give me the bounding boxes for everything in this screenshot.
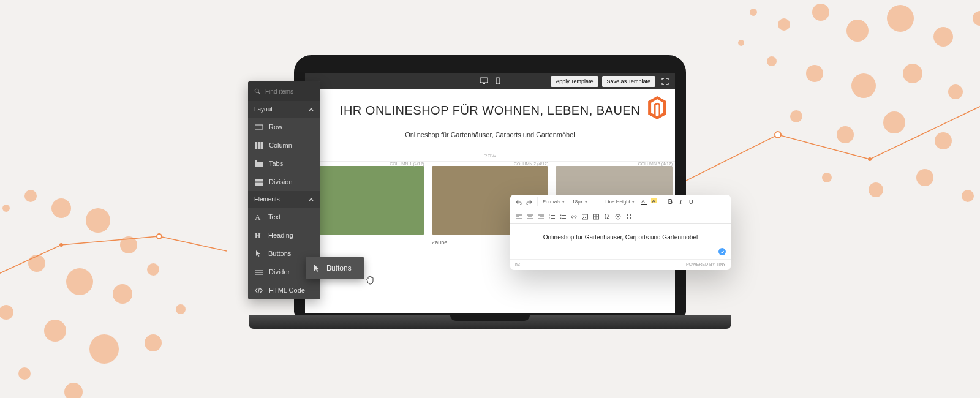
svg-rect-94 — [630, 214, 631, 216]
panel-search[interactable] — [248, 81, 320, 101]
svg-rect-57 — [255, 160, 257, 162]
svg-rect-59 — [255, 182, 263, 186]
item-label: Division — [269, 178, 293, 186]
mobile-view-icon[interactable] — [496, 76, 500, 87]
item-label: Divider — [269, 268, 290, 276]
svg-point-43 — [738, 40, 744, 46]
laptop-frame: Apply Template Save as Template IHR ONLI… — [294, 55, 686, 329]
svg-rect-53 — [255, 142, 257, 149]
fontsize-select[interactable]: 18px — [570, 198, 600, 206]
svg-point-31 — [903, 64, 922, 83]
italic-button[interactable]: I — [676, 197, 685, 206]
text-editor-popup: Formats 18px Line Height A A B I U 12 Ω … — [510, 195, 731, 270]
svg-point-14 — [64, 383, 83, 398]
item-column[interactable]: Column — [248, 136, 320, 154]
svg-point-15 — [176, 304, 186, 314]
powered-by: POWERED BY TINY — [686, 262, 726, 266]
svg-point-27 — [973, 11, 980, 26]
chevron-up-icon — [308, 107, 314, 113]
formats-select[interactable]: Formats — [540, 198, 567, 206]
link-button[interactable] — [569, 212, 578, 221]
svg-point-34 — [790, 110, 802, 122]
text-icon: A — [255, 213, 262, 220]
save-template-button[interactable]: Save as Template — [602, 76, 655, 87]
drag-preview: Buttons — [306, 257, 364, 279]
item-label: Tabs — [269, 160, 283, 167]
item-label: Column — [269, 141, 292, 149]
item-tabs[interactable]: Tabs — [248, 154, 320, 173]
heading-icon: H — [255, 231, 262, 239]
editor-text: Onlineshop für Gartenhäuser, Carports un… — [543, 234, 698, 241]
align-left-button[interactable] — [514, 212, 523, 221]
undo-button[interactable] — [514, 197, 523, 206]
expand-icon[interactable] — [659, 75, 671, 88]
underline-button[interactable]: U — [687, 197, 696, 206]
svg-point-32 — [948, 84, 963, 99]
item-text[interactable]: A Text — [248, 208, 320, 226]
code-icon — [255, 287, 263, 294]
svg-point-82 — [560, 214, 561, 216]
search-icon — [254, 88, 260, 95]
item-label: Buttons — [268, 250, 291, 257]
column-label: COLUMN 1 (4/12) — [307, 162, 424, 166]
editor-content[interactable]: Onlineshop für Gartenhäuser, Carports un… — [510, 224, 731, 259]
row-icon — [255, 124, 263, 130]
svg-point-84 — [560, 217, 561, 219]
redo-button[interactable] — [524, 197, 533, 206]
svg-point-22 — [778, 18, 790, 31]
special-char-button[interactable]: Ω — [602, 212, 611, 221]
text-color-button[interactable]: A — [639, 197, 649, 206]
variable-button[interactable] — [613, 212, 622, 221]
svg-point-45 — [775, 132, 781, 138]
apply-template-button[interactable]: Apply Template — [551, 76, 598, 87]
table-button[interactable] — [591, 212, 600, 221]
svg-point-8 — [113, 284, 132, 304]
svg-point-92 — [617, 216, 619, 217]
chevron-up-icon — [308, 197, 314, 203]
item-row[interactable]: Row — [248, 118, 320, 136]
item-division[interactable]: Division — [248, 173, 320, 191]
align-center-button[interactable] — [525, 212, 534, 221]
svg-point-46 — [868, 157, 872, 161]
svg-point-0 — [2, 205, 10, 212]
svg-rect-56 — [255, 162, 263, 167]
bg-color-button[interactable]: A — [650, 197, 659, 206]
svg-point-3 — [86, 208, 110, 233]
desktop-view-icon[interactable] — [480, 76, 488, 87]
svg-point-36 — [883, 111, 905, 133]
svg-point-23 — [812, 4, 829, 21]
svg-point-50 — [255, 89, 258, 92]
svg-rect-66 — [641, 204, 647, 205]
svg-rect-52 — [255, 125, 263, 129]
column-label: COLUMN 3 (4/12) — [556, 162, 673, 166]
numbered-list-button[interactable]: 12 — [547, 212, 556, 221]
svg-point-28 — [767, 56, 777, 66]
svg-point-42 — [962, 190, 974, 202]
editor-toolbar-row1: Formats 18px Line Height A A B I U — [510, 195, 731, 209]
group-layout[interactable]: Layout — [248, 101, 320, 118]
bullet-list-button[interactable] — [558, 212, 567, 221]
image-button[interactable] — [580, 212, 589, 221]
item-heading[interactable]: H Heading — [248, 226, 320, 244]
item-html[interactable]: HTML Code — [248, 281, 320, 299]
group-elements[interactable]: Elements — [248, 191, 320, 208]
bold-button[interactable]: B — [666, 197, 675, 206]
widget-button[interactable] — [624, 212, 633, 221]
svg-point-11 — [89, 334, 119, 364]
group-label: Layout — [254, 106, 273, 113]
svg-point-25 — [887, 5, 914, 32]
svg-point-30 — [851, 73, 876, 98]
search-input[interactable] — [265, 88, 314, 95]
column-1[interactable]: COLUMN 1 (4/12) — [307, 162, 424, 246]
magento-logo — [647, 96, 668, 122]
svg-rect-54 — [258, 142, 260, 149]
svg-point-29 — [806, 65, 823, 82]
svg-line-51 — [258, 92, 260, 94]
svg-point-39 — [822, 173, 832, 182]
svg-point-7 — [66, 268, 93, 295]
align-right-button[interactable] — [536, 212, 545, 221]
lineheight-select[interactable]: Line Height — [603, 198, 636, 206]
svg-text:A: A — [652, 198, 655, 204]
builder-toolbar: Apply Template Save as Template — [305, 73, 675, 89]
column-image — [307, 166, 424, 235]
